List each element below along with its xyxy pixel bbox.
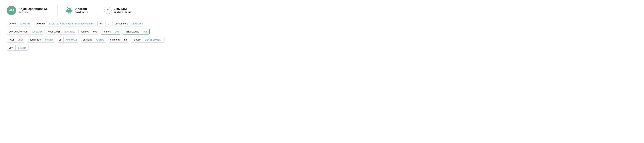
tag-value: id:0x966 [16, 45, 28, 50]
svg-point-2 [68, 9, 69, 10]
svg-rect-4 [68, 12, 69, 13]
tag-key: isSideLoaded [123, 29, 141, 34]
tag-value: 1 [105, 21, 111, 26]
tags-row-2: levelerrormechanismgenericosAndroid 12os… [7, 37, 637, 42]
user-id: ID: 0x966 [18, 11, 49, 14]
svg-rect-6 [66, 10, 67, 12]
svg-rect-7 [72, 10, 72, 12]
tags-row-3: userid:0x966 [7, 45, 637, 51]
tags-row-1: event.environmentjavascriptevent.originj… [7, 29, 637, 34]
tag-value: production [130, 21, 145, 26]
model-name: 220733SI [114, 7, 132, 11]
tag: deviceId5a131122-b212-4b5c-8834-6887934a… [34, 21, 96, 26]
tag: osAndroid 12 [57, 37, 79, 42]
svg-line-1 [70, 7, 71, 8]
tag-key: release [131, 37, 142, 42]
tag-key: os [57, 37, 64, 42]
tag-key: handled [79, 29, 91, 34]
model-sub: Model: 220733SI [114, 11, 132, 14]
tag: os.rootedno [108, 37, 129, 42]
tag: device220733SI [7, 21, 32, 26]
divider [57, 5, 58, 15]
tag-key: hermes [101, 29, 113, 34]
tag-value: 220733SI [18, 21, 32, 26]
platform-version: Version: 12 [75, 11, 88, 14]
tags-container: device220733SIdeviceId5a131122-b212-4b5c… [7, 21, 637, 51]
tag-value: error [16, 37, 25, 42]
tag-value: no [122, 37, 129, 42]
tag-value: Android [94, 37, 106, 42]
tag-key: dist [98, 21, 105, 26]
platform-section: Android Version: 12 [66, 7, 88, 14]
tag-value: Android 12 [64, 37, 79, 42]
tag: environmentproduction [112, 21, 145, 26]
tag-value: true [141, 29, 150, 34]
user-info: Anjali Operations M... ID: 0x966 [18, 7, 49, 14]
tag: handledyes [78, 29, 99, 34]
tag: dist1 [98, 21, 111, 26]
tag-value: 5a131122-b212-4b5c-8834-6887934a628c [47, 21, 96, 26]
tag: event.environmentjavascript [7, 29, 44, 34]
tag-key: os.name [81, 37, 94, 42]
svg-rect-5 [70, 12, 71, 13]
svg-point-3 [70, 9, 70, 10]
user-section: AM Anjali Operations M... ID: 0x966 [7, 6, 49, 15]
tag-key: user [7, 45, 16, 50]
tag-value: yes [91, 29, 99, 34]
tag-key: event.environment [7, 29, 30, 34]
platform-info: Android Version: 12 [75, 7, 88, 14]
header: AM Anjali Operations M... ID: 0x966 [7, 5, 637, 15]
tag: userid:0x966 [7, 45, 29, 51]
model-info: 220733SI Model: 220733SI [114, 7, 132, 14]
user-name: Anjali Operations M... [18, 7, 49, 11]
tag: isSideLoadedtrue [123, 29, 150, 34]
svg-line-0 [67, 7, 68, 8]
tag-key: mechanism [27, 37, 43, 42]
tag-value: DEVELOPMENT [142, 37, 164, 42]
tag: hermestrue [100, 29, 121, 34]
question-circle-icon: ? [104, 7, 112, 14]
tag: event.originjavascript [46, 29, 77, 34]
tag: releaseDEVELOPMENT [131, 37, 165, 42]
tag: mechanismgeneric [27, 37, 55, 42]
tag: os.nameAndroid [81, 37, 106, 42]
tag-key: level [7, 37, 16, 42]
tag-key: event.origin [46, 29, 62, 34]
tag-value: javascript [62, 29, 77, 34]
tag-key: environment [113, 21, 130, 26]
tags-row-0: device220733SIdeviceId5a131122-b212-4b5c… [7, 21, 637, 26]
tag-value: javascript [30, 29, 44, 34]
platform-name: Android [75, 7, 88, 11]
tag-value: generic [43, 37, 55, 42]
avatar: AM [7, 6, 16, 15]
tag-value: true [113, 29, 121, 34]
tag-key: device [7, 21, 18, 26]
tag-key: os.rooted [108, 37, 122, 42]
tag: levelerror [7, 37, 25, 42]
tag-key: deviceId [34, 21, 46, 26]
model-section: ? 220733SI Model: 220733SI [104, 7, 132, 14]
android-icon [66, 7, 73, 14]
